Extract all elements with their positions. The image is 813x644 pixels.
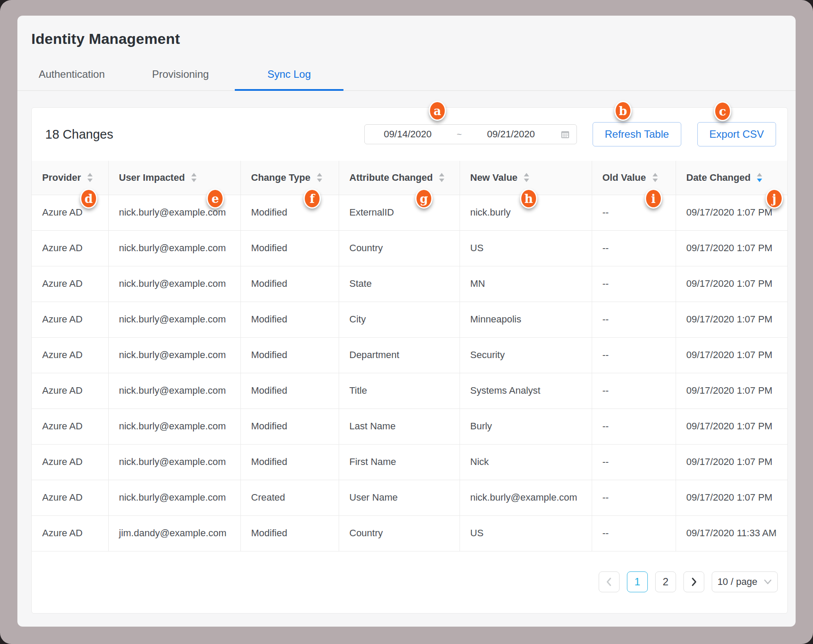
sort-icon[interactable] [87, 173, 93, 182]
table-cell: Azure AD [32, 515, 108, 551]
table-body: Azure ADnick.burly@example.comModifiedEx… [32, 195, 787, 551]
date-end-input[interactable]: 09/21/2020 [468, 129, 554, 140]
column-header-change-type[interactable]: Change Type [240, 161, 339, 195]
column-label: Old Value [603, 172, 646, 183]
table-cell: -- [592, 195, 676, 230]
sort-icon[interactable] [757, 173, 762, 182]
table-cell: Azure AD [32, 408, 108, 444]
table-row: Azure ADjim.dandy@example.comModifiedCou… [32, 515, 787, 551]
table-header-row: ProviderUser ImpactedChange TypeAttribut… [32, 161, 787, 195]
table-cell: 09/17/2020 1:07 PM [676, 230, 787, 266]
table-cell: Azure AD [32, 266, 108, 302]
column-label: Date Changed [686, 172, 751, 183]
column-label: Provider [42, 172, 81, 183]
table-cell: Modified [240, 408, 339, 444]
tab-provisioning[interactable]: Provisioning [126, 61, 235, 91]
column-header-old-value[interactable]: Old Value [592, 161, 676, 195]
table-cell: 09/17/2020 11:33 AM [676, 515, 787, 551]
page-button-2[interactable]: 2 [655, 571, 676, 592]
table-cell: Nick [460, 444, 592, 480]
table-cell: Burly [460, 408, 592, 444]
table-cell: 09/17/2020 1:07 PM [676, 408, 787, 444]
table-row: Azure ADnick.burly@example.comCreatedUse… [32, 480, 787, 515]
refresh-table-button[interactable]: Refresh Table [593, 122, 681, 146]
table-cell: nick.burly@example.com [108, 266, 240, 302]
table-cell: nick.burly@example.com [108, 480, 240, 515]
table-cell: Modified [240, 337, 339, 373]
table-cell: -- [592, 302, 676, 337]
panel-header: 18 Changes 09/14/2020 ~ 09/21/2020 [32, 108, 787, 161]
table-cell: Modified [240, 302, 339, 337]
column-header-provider[interactable]: Provider [32, 161, 108, 195]
table-cell: -- [592, 230, 676, 266]
date-range-picker[interactable]: 09/14/2020 ~ 09/21/2020 [364, 124, 577, 144]
table-cell: 09/17/2020 1:07 PM [676, 302, 787, 337]
identity-management-page: Identity Management Authentication Provi… [17, 16, 796, 627]
page-size-select[interactable]: 10 / page [712, 571, 778, 592]
table-cell: nick.burly@example.com [108, 444, 240, 480]
table-cell: State [339, 266, 460, 302]
table-cell: Modified [240, 195, 339, 230]
column-label: New Value [470, 172, 518, 183]
date-range-separator: ~ [450, 129, 468, 139]
column-label: Attribute Changed [350, 172, 433, 183]
sync-log-table: ProviderUser ImpactedChange TypeAttribut… [32, 161, 787, 551]
sort-icon[interactable] [524, 173, 529, 182]
table-cell: Azure AD [32, 302, 108, 337]
table-cell: nick.burly@example.com [460, 480, 592, 515]
calendar-icon[interactable] [554, 129, 576, 139]
table-row: Azure ADnick.burly@example.comModifiedDe… [32, 337, 787, 373]
export-csv-button[interactable]: Export CSV [697, 122, 776, 146]
column-header-attribute-changed[interactable]: Attribute Changed [339, 161, 460, 195]
table-cell: 09/17/2020 1:07 PM [676, 444, 787, 480]
table-cell: US [460, 515, 592, 551]
table-cell: 09/17/2020 1:07 PM [676, 480, 787, 515]
table-cell: 09/17/2020 1:07 PM [676, 373, 787, 408]
table-row: Azure ADnick.burly@example.comModifiedCi… [32, 302, 787, 337]
tab-bar: Authentication Provisioning Sync Log [17, 61, 796, 91]
table-cell: Modified [240, 444, 339, 480]
table-row: Azure ADnick.burly@example.comModifiedLa… [32, 408, 787, 444]
table-cell: Modified [240, 266, 339, 302]
table-cell: nick.burly@example.com [108, 230, 240, 266]
table-cell: First Name [339, 444, 460, 480]
table-row: Azure ADnick.burly@example.comModifiedSt… [32, 266, 787, 302]
table-row: Azure ADnick.burly@example.comModifiedTi… [32, 373, 787, 408]
annotation-badge-a: a [429, 101, 446, 121]
page-title: Identity Management [31, 30, 796, 47]
table-cell: City [339, 302, 460, 337]
table-cell: nick.burly@example.com [108, 408, 240, 444]
table-row: Azure ADnick.burly@example.comModifiedFi… [32, 444, 787, 480]
table-cell: -- [592, 408, 676, 444]
sort-icon[interactable] [439, 173, 444, 182]
table-cell: -- [592, 337, 676, 373]
column-label: Change Type [251, 172, 311, 183]
sort-icon[interactable] [191, 173, 197, 182]
annotation-badge-b: b [614, 101, 632, 121]
table-cell: -- [592, 480, 676, 515]
tab-sync-log[interactable]: Sync Log [235, 61, 343, 91]
column-header-user-impacted[interactable]: User Impacted [108, 161, 240, 195]
table-cell: 09/17/2020 1:07 PM [676, 266, 787, 302]
table-cell: -- [592, 515, 676, 551]
table-cell: nick.burly@example.com [108, 373, 240, 408]
page-button-1[interactable]: 1 [627, 571, 648, 592]
table-cell: Minneapolis [460, 302, 592, 337]
table-row: Azure ADnick.burly@example.comModifiedCo… [32, 230, 787, 266]
table-cell: Security [460, 337, 592, 373]
previous-page-button[interactable] [599, 571, 620, 592]
table-cell: ExternalID [339, 195, 460, 230]
date-start-input[interactable]: 09/14/2020 [365, 129, 451, 140]
table-cell: Country [339, 515, 460, 551]
sort-icon[interactable] [317, 173, 322, 182]
table-cell: Modified [240, 373, 339, 408]
table-cell: Azure AD [32, 444, 108, 480]
table-cell: 09/17/2020 1:07 PM [676, 337, 787, 373]
tab-authentication[interactable]: Authentication [17, 61, 126, 91]
table-cell: MN [460, 266, 592, 302]
page-size-value: 10 / page [717, 576, 757, 588]
annotation-badge-g: g [415, 189, 433, 209]
screen: Identity Management Authentication Provi… [0, 0, 813, 644]
sort-icon[interactable] [653, 173, 658, 182]
next-page-button[interactable] [683, 571, 704, 592]
